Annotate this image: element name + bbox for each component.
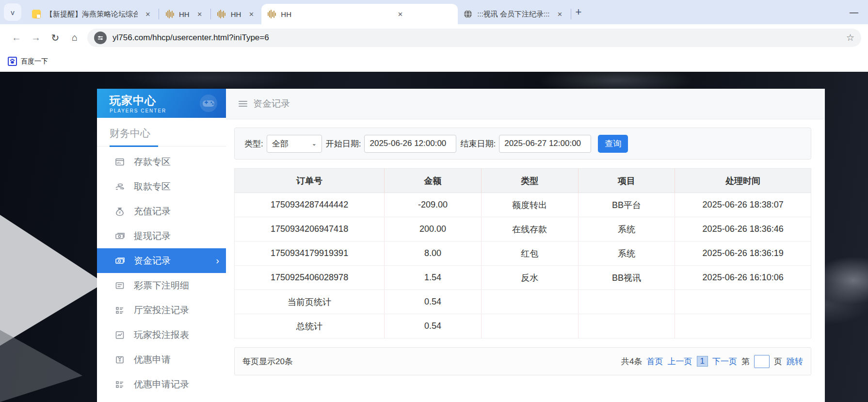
- tab-search-chevron-icon[interactable]: v: [4, 3, 21, 21]
- url-text[interactable]: yl756.com/hhcp/usercenter.html?iniType=6: [113, 33, 269, 43]
- sidebar-item-withdraw[interactable]: 取款专区: [97, 174, 226, 199]
- page-header: 资金记录: [226, 89, 825, 119]
- baidu-paw-icon: [8, 57, 17, 66]
- svg-text:¥: ¥: [118, 359, 121, 363]
- bookmark-baidu[interactable]: 百度一下: [8, 57, 48, 66]
- tab-title: 【新提醒】海燕策略论坛综合交: [46, 10, 138, 19]
- sidebar-item-deposit[interactable]: 存款专区: [97, 149, 226, 174]
- table-row: 1750934206947418 200.00 在线存款 系统 2025-06-…: [235, 217, 811, 241]
- cell-time: 2025-06-26 18:38:07: [675, 193, 811, 217]
- cell-time: 2025-06-26 18:36:19: [675, 241, 811, 266]
- sidebar-item-player-bet-report[interactable]: 玩家投注报表: [97, 322, 226, 347]
- sidebar-item-label: 玩家投注报表: [134, 329, 189, 341]
- table-header-row: 订单号 金额 类型 项目 处理时间: [235, 169, 811, 193]
- sidebar-item-label: 取款专区: [134, 180, 171, 193]
- end-date-input[interactable]: [499, 135, 591, 153]
- url-bar[interactable]: yl756.com/hhcp/usercenter.html?iniType=6…: [87, 29, 861, 47]
- players-center-banner: 玩家中心 PLAYERS CENTER: [97, 89, 226, 118]
- close-icon[interactable]: ✕: [194, 9, 205, 19]
- total-count-text: 共4条: [621, 356, 642, 367]
- cell-order-no: 1750925406028978: [235, 266, 385, 290]
- jump-prefix-label: 第: [741, 356, 750, 367]
- fund-record-table: 订单号 金额 类型 项目 处理时间 1750934287444442 -209.…: [234, 168, 811, 338]
- cell-type: 额度转出: [481, 193, 578, 217]
- cell-order-no: 1750934206947418: [235, 217, 385, 241]
- col-amount: 金额: [385, 169, 482, 193]
- sidebar-section-title: 财务中心: [97, 118, 226, 146]
- user-center-panel: 玩家中心 PLAYERS CENTER 财务中心 存款专区 取款专区: [97, 89, 825, 402]
- sidebar-item-hall-bet-record[interactable]: 厅室投注记录: [97, 298, 226, 322]
- hamburger-icon[interactable]: [239, 101, 247, 107]
- forward-icon[interactable]: →: [26, 28, 46, 48]
- tab-separator: [159, 9, 159, 19]
- tab-separator: [571, 9, 571, 19]
- current-page-badge[interactable]: 1: [697, 356, 708, 367]
- tab-hh-1[interactable]: HH ✕: [160, 4, 210, 24]
- page-background: 玩家中心 PLAYERS CENTER 财务中心 存款专区 取款专区: [0, 72, 868, 402]
- sidebar-item-label: 彩票下注明细: [134, 279, 189, 292]
- tab-forum[interactable]: 【新提醒】海燕策略论坛综合交 ✕: [26, 4, 158, 24]
- cell-project: 系统: [578, 217, 675, 241]
- tab-strip: v 【新提醒】海燕策略论坛综合交 ✕ HH ✕ HH ✕ HH ✕ :::视讯 …: [0, 0, 868, 24]
- close-icon[interactable]: ✕: [246, 9, 257, 19]
- window-minimize-button[interactable]: —: [850, 7, 858, 17]
- hh-wave-favicon: [217, 10, 226, 18]
- promo-ticket-icon: ¥: [114, 354, 125, 365]
- next-page-link[interactable]: 下一页: [712, 356, 737, 367]
- tab-hh-active[interactable]: HH ✕: [261, 4, 458, 24]
- sidebar-item-promo-apply-record[interactable]: 优惠申请记录: [97, 372, 226, 397]
- cell-project: BB平台: [578, 193, 675, 217]
- jump-button[interactable]: 跳转: [787, 356, 803, 367]
- cell-type: 反水: [481, 266, 578, 290]
- home-icon[interactable]: ⌂: [65, 28, 84, 48]
- query-button[interactable]: 查询: [598, 135, 628, 153]
- sidebar-item-withdrawal-record[interactable]: 提现记录: [97, 224, 226, 248]
- end-date-label: 结束日期:: [460, 138, 496, 149]
- tab-title: HH: [231, 10, 241, 18]
- chart-report-icon: [114, 330, 125, 340]
- bookmark-label: 百度一下: [21, 57, 48, 66]
- new-tab-button[interactable]: +: [576, 6, 582, 18]
- col-process-time: 处理时间: [675, 169, 811, 193]
- first-page-link[interactable]: 首页: [647, 356, 663, 367]
- cell-amount: 0.54: [385, 314, 482, 338]
- banknote-icon: [114, 231, 125, 241]
- jump-page-input[interactable]: [754, 355, 770, 368]
- sidebar-item-label: 充值记录: [134, 205, 171, 218]
- table-row-page-total: 当前页统计 0.54: [235, 290, 811, 314]
- tab-separator: [210, 9, 211, 19]
- close-icon[interactable]: ✕: [143, 9, 153, 19]
- tab-title: HH: [179, 10, 190, 18]
- sidebar-item-recharge-record[interactable]: ¥ 充值记录: [97, 199, 226, 224]
- cell-label: 当前页统计: [235, 290, 385, 314]
- browser-toolbar: ← → ↻ ⌂ yl756.com/hhcp/usercenter.html?i…: [0, 24, 868, 51]
- start-date-input[interactable]: [364, 135, 456, 153]
- prev-page-link[interactable]: 上一页: [668, 356, 692, 367]
- bookmarks-bar: 百度一下: [0, 51, 868, 72]
- table-row: 1750934287444442 -209.00 额度转出 BB平台 2025-…: [235, 193, 811, 217]
- sidebar-item-fund-record[interactable]: 资金记录 ›: [97, 248, 226, 273]
- sidebar-item-promo-apply[interactable]: ¥ 优惠申请: [97, 347, 226, 372]
- site-info-icon[interactable]: [94, 32, 107, 44]
- type-select[interactable]: 全部 ⌄: [267, 135, 322, 153]
- cell-type: 红包: [481, 241, 578, 266]
- type-select-value: 全部: [272, 138, 289, 149]
- sidebar-item-label: 优惠申请: [134, 354, 171, 366]
- filter-bar: 类型: 全部 ⌄ 开始日期: 结束日期: 查询: [234, 128, 811, 160]
- cell-project: 系统: [578, 241, 675, 266]
- close-icon[interactable]: ✕: [555, 9, 565, 19]
- sidebar-item-label: 优惠申请记录: [134, 378, 189, 391]
- tab-video-records[interactable]: :::视讯 会员下注纪录::: ✕: [458, 4, 570, 24]
- svg-text:¥: ¥: [119, 210, 121, 215]
- gamepad-icon: [198, 93, 219, 116]
- checklist-icon: [114, 305, 125, 316]
- close-icon[interactable]: ✕: [395, 9, 405, 19]
- cell-amount: -209.00: [385, 193, 482, 217]
- sidebar-item-lottery-bet-detail[interactable]: 彩票下注明细: [97, 273, 226, 298]
- reload-icon[interactable]: ↻: [46, 28, 65, 48]
- backdrop-triangle-light: [0, 215, 104, 346]
- tab-hh-2[interactable]: HH ✕: [211, 4, 262, 24]
- col-order-no: 订单号: [235, 169, 385, 193]
- bookmark-star-icon[interactable]: ☆: [846, 32, 854, 43]
- back-icon[interactable]: ←: [7, 28, 26, 48]
